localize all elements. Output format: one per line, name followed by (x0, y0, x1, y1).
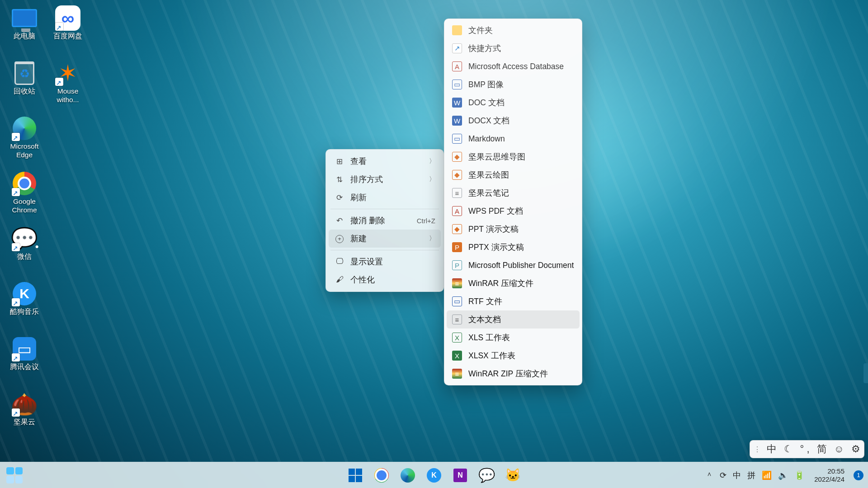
ctx-undo[interactable]: ↶ 撤消 删除 Ctrl+Z (329, 211, 441, 230)
ctx-label: 个性化 (350, 274, 375, 285)
tray-icon-0[interactable]: ＾ (705, 470, 713, 481)
new-item-5[interactable]: W DOCX 文档 (447, 112, 580, 130)
txmeet-icon: ▭ (11, 335, 38, 362)
ime-btn-5[interactable]: ⚙ (851, 443, 860, 455)
taskbar-edge[interactable] (397, 465, 419, 486)
new-item-16[interactable]: ≡ 文本文档 (447, 310, 580, 328)
desktop-icon-3[interactable]: ✶ Mouse witho... (46, 58, 90, 111)
new-item-0[interactable]: 文件夹 (447, 21, 580, 39)
tray-icon-1[interactable]: ⟳ (720, 470, 726, 480)
desktop-icon-2[interactable]: ♻ 回收站 (3, 58, 46, 111)
new-item-label: DOC 文档 (468, 97, 505, 108)
desktop-icon-10[interactable]: K 酷狗音乐 (3, 278, 46, 332)
new-item-6[interactable]: ▭ Markdown (447, 130, 580, 148)
tray-icon-3[interactable]: 拼 (747, 470, 755, 481)
ime-btn-1[interactable]: ☾ (784, 443, 793, 455)
context-submenu-new: 文件夹 ↗ 快捷方式 A Microsoft Access Database ▭… (444, 19, 582, 385)
ime-btn-0[interactable]: 中 (767, 442, 777, 456)
ime-btn-2[interactable]: ° , (800, 443, 810, 455)
new-item-label: WPS PDF 文档 (468, 206, 523, 216)
new-item-15[interactable]: ▭ RTF 文件 (447, 292, 580, 310)
taskbar-cat[interactable]: 🐱 (502, 465, 524, 486)
chrome-icon (11, 170, 38, 197)
new-item-label: Microsoft Access Database (468, 62, 564, 71)
desktop-icon-label: 坚果云 (14, 418, 35, 426)
ime-btn-4[interactable]: ☺ (834, 443, 844, 455)
ctx-display[interactable]: 🖵 显示设置 (329, 253, 441, 271)
tray-icon-2[interactable]: 中 (733, 470, 741, 481)
edge-icon (11, 115, 38, 142)
ime-grip-icon[interactable]: ⋮ (754, 445, 760, 454)
new-item-12[interactable]: P PPTX 演示文稿 (447, 238, 580, 256)
filetype-icon: ◆ (452, 152, 462, 162)
ctx-label: 显示设置 (350, 256, 383, 267)
filetype-icon: ▭ (452, 80, 462, 89)
filetype-icon: ◆ (452, 224, 462, 234)
new-item-11[interactable]: ◆ PPT 演示文稿 (447, 220, 580, 238)
filetype-icon (452, 25, 462, 35)
new-item-7[interactable]: ◆ 坚果云思维导图 (447, 148, 580, 166)
tray-icon-5[interactable]: 🔈 (778, 470, 788, 480)
ctx-brush[interactable]: 🖌 个性化 (329, 271, 441, 289)
new-item-2[interactable]: A Microsoft Access Database (447, 57, 580, 75)
filetype-icon: P (452, 242, 462, 252)
taskbar-kugou[interactable]: K (423, 465, 445, 486)
side-widget-tab[interactable] (863, 363, 868, 383)
filetype-icon: P (452, 260, 462, 270)
new-item-label: PPT 演示文稿 (468, 224, 519, 235)
new-item-label: WinRAR ZIP 压缩文件 (468, 368, 548, 379)
new-item-19[interactable]: ≡ WinRAR ZIP 压缩文件 (447, 365, 580, 383)
ctx-hotkey: Ctrl+Z (417, 217, 435, 225)
taskbar-onenote[interactable]: N (449, 465, 471, 486)
desktop-icon-label: Microsoft Edge (5, 142, 44, 160)
ctx-plus[interactable]: + 新建 〉 (329, 230, 441, 248)
brush-icon: 🖌 (334, 275, 345, 284)
nut-icon: 🌰 (11, 390, 38, 418)
new-item-label: 坚果云笔记 (468, 188, 509, 198)
system-tray: ＾⟳中拼📶🔈🔋 20:55 2022/4/24 1 (705, 467, 863, 483)
new-item-1[interactable]: ↗ 快捷方式 (447, 39, 580, 57)
desktop-icon-label: 腾讯会议 (10, 362, 39, 371)
new-item-17[interactable]: X XLS 工作表 (447, 328, 580, 347)
tray-icon-4[interactable]: 📶 (762, 470, 772, 480)
new-item-14[interactable]: ≡ WinRAR 压缩文件 (447, 274, 580, 292)
widgets-button[interactable] (6, 467, 23, 483)
taskbar-start[interactable] (344, 465, 366, 486)
desktop-icon-8[interactable]: 💬 微信 (3, 223, 46, 277)
ctx-sort[interactable]: ⇅ 排序方式 〉 (329, 170, 441, 188)
desktop-icon-label: 酷狗音乐 (10, 307, 39, 316)
desktop-icon-6[interactable]: Google Chrome (3, 168, 46, 221)
tray-icon-6[interactable]: 🔋 (794, 470, 804, 480)
filetype-icon: ▭ (452, 296, 462, 306)
desktop-icon-14[interactable]: 🌰 坚果云 (3, 389, 46, 442)
ctx-label: 新建 (350, 233, 367, 244)
ctx-view[interactable]: ⊞ 查看 〉 (329, 152, 441, 170)
taskbar-wechat[interactable]: 💬 (476, 465, 497, 486)
new-item-8[interactable]: ◆ 坚果云绘图 (447, 166, 580, 184)
desktop-icon-label: Mouse witho... (48, 87, 88, 104)
bin-icon: ♻ (11, 60, 38, 87)
new-item-13[interactable]: P Microsoft Publisher Document (447, 256, 580, 274)
clock-time: 20:55 (814, 467, 844, 475)
desktop-icon-label: 回收站 (14, 87, 35, 95)
new-item-label: Microsoft Publisher Document (468, 261, 574, 270)
desktop-icon-4[interactable]: Microsoft Edge (3, 113, 46, 166)
new-item-9[interactable]: ≡ 坚果云笔记 (447, 184, 580, 202)
desktop-icon-label: Google Chrome (5, 197, 44, 215)
desktop-icon-0[interactable]: 此电脑 (3, 3, 46, 56)
desktop-icon-12[interactable]: ▭ 腾讯会议 (3, 333, 46, 387)
notification-badge[interactable]: 1 (854, 470, 863, 480)
wechat-icon: 💬 (11, 225, 38, 252)
new-item-label: XLS 工作表 (468, 332, 510, 343)
new-item-3[interactable]: ▭ BMP 图像 (447, 75, 580, 94)
new-item-10[interactable]: A WPS PDF 文档 (447, 202, 580, 220)
desktop-icon-1[interactable]: ∞ 百度网盘 (46, 3, 90, 56)
new-item-18[interactable]: X XLSX 工作表 (447, 347, 580, 365)
new-item-4[interactable]: W DOC 文档 (447, 94, 580, 112)
baidu-icon: ∞ (54, 5, 81, 32)
ime-toolbar[interactable]: ⋮ 中☾° ,简☺⚙ (750, 440, 865, 458)
ime-btn-3[interactable]: 简 (817, 442, 827, 456)
clock[interactable]: 20:55 2022/4/24 (814, 467, 844, 483)
taskbar-chrome[interactable] (371, 465, 392, 486)
ctx-refresh[interactable]: ⟳ 刷新 (329, 188, 441, 206)
